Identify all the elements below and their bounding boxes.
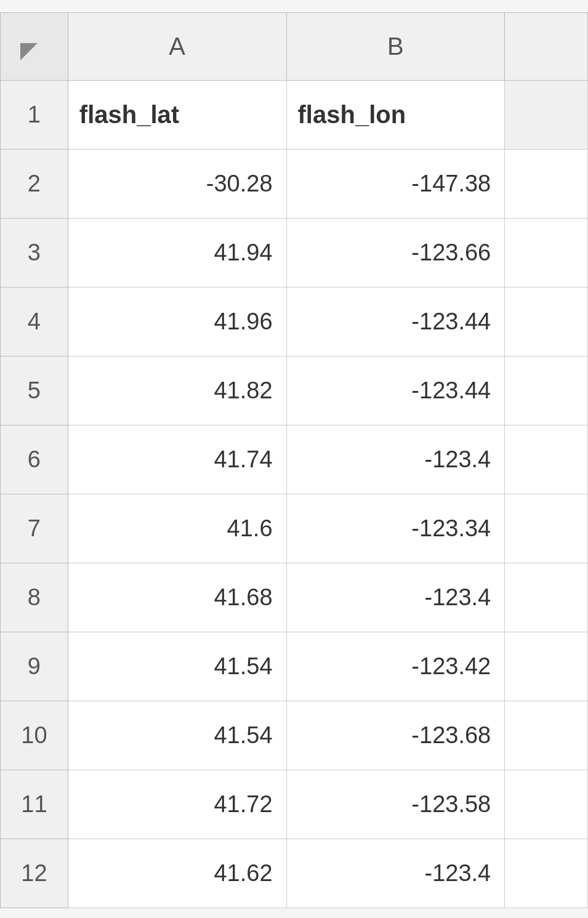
row-number-9[interactable]: 9 [1,632,68,701]
row-number-10[interactable]: 10 [1,701,68,770]
cell-11-extra [505,770,588,839]
cell-5-b[interactable]: -123.44 [286,356,505,425]
row-number-3[interactable]: 3 [1,219,68,288]
row-number-11[interactable]: 11 [1,770,68,839]
table-row: 3 41.94 -123.66 [1,219,588,288]
table-row: 10 41.54 -123.68 [1,701,588,770]
cell-8-b[interactable]: -123.4 [286,563,505,632]
cell-3-a[interactable]: 41.94 [68,219,286,288]
cell-8-extra [505,563,588,632]
row-number-6[interactable]: 6 [1,425,68,494]
cell-2-b[interactable]: -147.38 [286,150,505,219]
cell-5-extra [505,356,588,425]
cell-1-extra [505,81,588,150]
cell-7-a[interactable]: 41.6 [68,494,286,563]
cell-3-extra [505,219,588,288]
cell-3-b[interactable]: -123.66 [286,219,505,288]
cell-6-extra [505,425,588,494]
row-number-7[interactable]: 7 [1,494,68,563]
cell-9-b[interactable]: -123.42 [286,632,505,701]
cell-7-b[interactable]: -123.34 [286,494,505,563]
table-row: 5 41.82 -123.44 [1,356,588,425]
row-number-8[interactable]: 8 [1,563,68,632]
cell-9-a[interactable]: 41.54 [68,632,286,701]
table-row: 4 41.96 -123.44 [1,288,588,356]
cell-10-b[interactable]: -123.68 [286,701,505,770]
table-row: 7 41.6 -123.34 [1,494,588,563]
cell-11-b[interactable]: -123.58 [286,770,505,839]
table-row: 8 41.68 -123.4 [1,563,588,632]
cell-12-extra [505,839,588,908]
corner-cell [1,13,68,81]
row-number-1[interactable]: 1 [1,81,68,150]
cell-5-a[interactable]: 41.82 [68,356,286,425]
cell-4-a[interactable]: 41.96 [68,288,286,356]
cell-2-a[interactable]: -30.28 [68,150,286,219]
spreadsheet-table: A B 1 flash_lat flash_lon 2 -30.28 -147.… [0,12,588,908]
cell-10-a[interactable]: 41.54 [68,701,286,770]
row-number-12[interactable]: 12 [1,839,68,908]
table-row: 12 41.62 -123.4 [1,839,588,908]
cell-7-extra [505,494,588,563]
spreadsheet-container: A B 1 flash_lat flash_lon 2 -30.28 -147.… [0,0,588,918]
cell-12-a[interactable]: 41.62 [68,839,286,908]
cell-4-extra [505,288,588,356]
cell-1-a[interactable]: flash_lat [68,81,286,150]
cell-1-b[interactable]: flash_lon [286,81,505,150]
column-header-extra [505,13,588,81]
column-header-b[interactable]: B [286,13,505,81]
row-number-5[interactable]: 5 [1,356,68,425]
cell-4-b[interactable]: -123.44 [286,288,505,356]
column-header-a[interactable]: A [68,13,286,81]
table-row: 9 41.54 -123.42 [1,632,588,701]
cell-2-extra [505,150,588,219]
cell-6-b[interactable]: -123.4 [286,425,505,494]
cell-10-extra [505,701,588,770]
row-number-4[interactable]: 4 [1,288,68,356]
cell-11-a[interactable]: 41.72 [68,770,286,839]
table-row: 2 -30.28 -147.38 [1,150,588,219]
cell-8-a[interactable]: 41.68 [68,563,286,632]
cell-12-b[interactable]: -123.4 [286,839,505,908]
cell-9-extra [505,632,588,701]
cell-6-a[interactable]: 41.74 [68,425,286,494]
row-number-2[interactable]: 2 [1,150,68,219]
table-row: 11 41.72 -123.58 [1,770,588,839]
table-row: 6 41.74 -123.4 [1,425,588,494]
table-row: 1 flash_lat flash_lon [1,81,588,150]
corner-arrow-icon [20,43,38,60]
